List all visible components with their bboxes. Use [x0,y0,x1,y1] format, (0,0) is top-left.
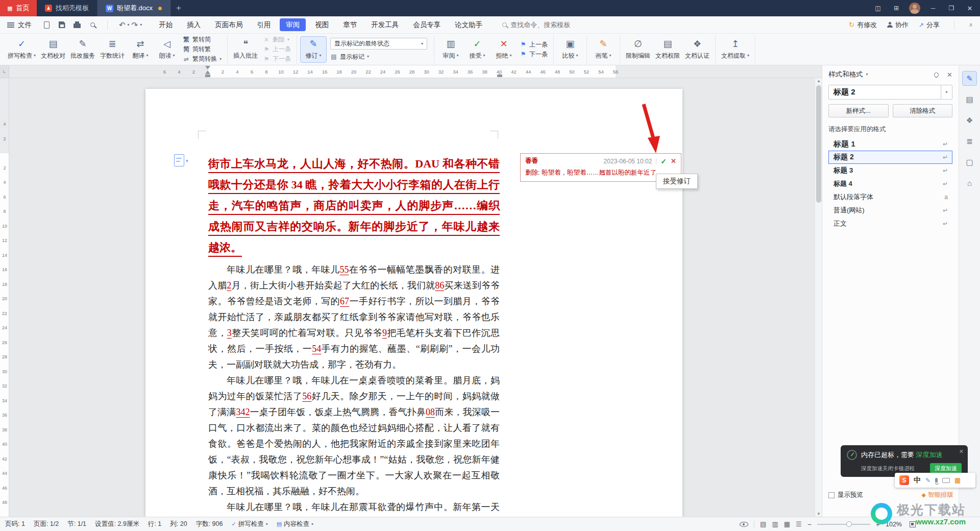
status-item[interactable]: 行: 1 [148,520,161,528]
style-item-body-text[interactable]: 正文↵ [828,217,952,230]
status-item[interactable]: 字数: 906 [196,520,223,528]
reading-view-icon[interactable]: ▤ [760,520,766,528]
close-button[interactable]: ✕ [962,0,978,16]
body-paragraph[interactable]: 年味儿在哪里？哦，年味儿55在爷爷一幅幅笔墨飘香的对联里。进入腊2月，街上大街小… [208,262,500,373]
home-panel-button[interactable]: ⌂ [963,176,976,190]
menu-tab-page-layout[interactable]: 页面布局 [208,16,249,34]
next-comment-button[interactable]: ⚑下一条 [263,55,291,63]
ink-button[interactable]: ✎画笔▾ [591,37,616,62]
style-item-default-font[interactable]: 默认段落字体a [828,190,952,204]
body-paragraph[interactable]: 年味儿在哪里？哦，年味儿在一桌桌香喷喷的菜肴里。腊月底，妈妈为过年的饭菜忙活了5… [208,373,500,499]
track-changes-button[interactable]: ✎修订▾ [301,37,326,62]
web-view-icon[interactable]: ▦ [784,520,790,528]
hanging-indent-marker[interactable] [205,68,210,74]
menu-tab-dev-tools[interactable]: 开发工具 [364,16,405,34]
menu-tab-member[interactable]: 会员专享 [406,16,447,34]
eye-protection-icon[interactable] [740,522,748,527]
format-panel-button[interactable]: ✎ [963,71,976,85]
insert-comment-button[interactable]: ❝插入批注 [231,37,260,62]
undo-dropdown-icon[interactable]: ▾ [128,23,130,27]
doc-cert-button[interactable]: ❖文档认证 [683,37,712,62]
chevron-down-icon[interactable]: ▾ [866,73,868,77]
review-pane-button[interactable]: ▥审阅▾ [438,37,463,62]
spellcheck-button[interactable]: ✓拼写检查▾ [6,37,38,62]
doc-extract-button[interactable]: ↥文档提取▾ [719,37,751,62]
new-style-button[interactable]: 新样式... [828,104,889,117]
outline-view-icon[interactable]: ☰ [796,520,802,528]
workspace-grid-icon[interactable]: ⊞ [888,0,904,16]
trad-simp-convert-button[interactable]: ⇌繁简转换▾ [183,55,222,63]
print-button[interactable] [72,20,82,30]
ime-toolbox-icon[interactable]: ▦ [954,476,961,484]
horizontal-ruler[interactable]: 6422468101214161820222426283032343638404… [9,65,822,78]
menu-tab-section[interactable]: 章节 [336,16,363,34]
word-count-button[interactable]: ≣字数统计 [98,37,127,62]
simp-to-trad-button[interactable]: 简简转繁 [183,45,222,54]
print-preview-button[interactable] [88,20,97,30]
inserted-heading-paragraph[interactable]: 街市上车水马龙，人山人海，好不热闹。DAU 和各种不错哦款十分还是你 34 瞧，… [208,153,500,258]
doc-proofread-button[interactable]: ▤文档校对 [39,37,67,62]
paragraph-layout-button[interactable]: ▾ [174,154,188,166]
right-indent-marker[interactable] [497,75,502,77]
scroll-up-icon[interactable]: ▲ [815,79,822,83]
pin-icon[interactable] [933,71,940,78]
close-panel-icon[interactable]: ✕ [947,71,952,79]
accept-revision-button[interactable]: ✓ [660,157,667,165]
tab-selector-box[interactable]: L [0,65,9,78]
redo-dropdown-icon[interactable]: ▾ [140,23,142,27]
new-doc-button[interactable] [42,20,51,30]
command-search-input[interactable] [510,21,587,29]
ime-mode-indicator[interactable]: 中 [914,476,921,485]
command-search[interactable] [502,21,587,29]
minimize-button[interactable]: ─ [925,0,941,16]
share-button[interactable]: ↗ 分享 [919,20,940,30]
popup-close-icon[interactable]: ✕ [959,448,964,455]
menu-tab-insert[interactable]: 插入 [180,16,207,34]
tab-docer-template[interactable]: 找稻壳模板 [37,0,97,16]
reject-revision-button[interactable]: ✕ [671,157,676,165]
style-item-heading1[interactable]: 标题 1↵ [828,137,952,151]
status-item[interactable]: 列: 20 [170,520,187,528]
tab-document[interactable]: W 盼望着.docx [97,0,170,16]
status-item[interactable]: 页码: 1 [5,520,25,528]
spellcheck-status-button[interactable]: ✓ 拼写检查 ▾ [231,520,267,528]
scrollbar-thumb[interactable] [816,85,821,203]
collaborate-button[interactable]: 协作 [887,20,909,30]
menu-tab-view[interactable]: 视图 [308,16,335,34]
save-button[interactable] [57,20,66,30]
clear-format-button[interactable]: 清除格式 [893,104,953,117]
sogou-logo-icon[interactable]: S [899,475,909,485]
status-item[interactable]: 页面: 1/2 [34,520,59,528]
notes-panel-button[interactable]: ▢ [963,155,976,169]
scroll-down-icon[interactable]: ▼ [815,512,822,516]
deep-boost-button[interactable]: 深度加速 [930,463,962,474]
file-menu-button[interactable]: 文件 [0,20,39,30]
menu-tab-paper-assistant[interactable]: 论文助手 [448,16,489,34]
zoom-slider-thumb[interactable] [846,521,852,527]
layout-switch-icon[interactable]: ◫ [870,0,886,16]
new-tab-button[interactable]: + [170,0,187,16]
style-item-heading4[interactable]: 标题 4↵ [828,177,952,190]
menu-tab-references[interactable]: 引用 [250,16,277,34]
compare-button[interactable]: ▣比较▾ [557,37,583,62]
redo-button[interactable]: ↷ [131,20,139,30]
collapse-ribbon-icon[interactable]: ∧ [969,21,973,28]
microphone-icon[interactable] [935,478,938,482]
left-indent-marker[interactable] [205,75,210,77]
zoom-slider[interactable] [817,524,870,525]
markup-state-combo[interactable]: 显示标记的最终状态▾ [330,38,427,50]
style-item-heading3[interactable]: 标题 3↵ [828,164,952,177]
keyboard-icon[interactable] [942,478,950,483]
doc-permission-button[interactable]: ▤文档权限 [653,37,682,62]
vertical-scrollbar[interactable]: ▲ ▼ [815,78,822,517]
trad-to-simp-button[interactable]: 繁繁转简 [183,36,222,44]
show-markup-button[interactable]: ▤显示标记▾ [330,53,427,61]
smart-typeset-button[interactable]: ◆ 智能排版 [922,491,953,499]
modified-status-button[interactable]: ↻ 有修改 [849,20,877,30]
prev-comment-button[interactable]: ⚑上一条 [263,45,291,54]
handwriting-icon[interactable]: ✎ [925,477,930,484]
doc-text[interactable]: 街市上车水马龙，人山人海，好不热闹。DAU 和各种不错哦款十分还是你 34 瞧，… [208,153,500,517]
ime-toolbar[interactable]: S 中 ✎ ▦ [895,473,975,488]
read-aloud-button[interactable]: ◁朗读▾ [154,37,180,62]
material-panel-button[interactable]: ❖ [963,113,976,127]
